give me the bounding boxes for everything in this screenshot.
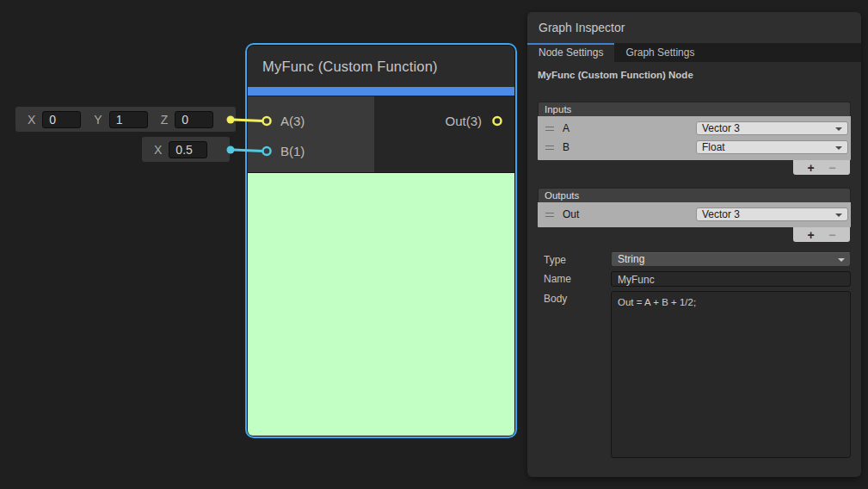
dropdown-arrow-icon bbox=[835, 127, 842, 131]
float-input-widget: X 0.5 bbox=[142, 137, 230, 162]
outputs-section-header: Outputs bbox=[538, 188, 851, 202]
output-out-name: Out bbox=[563, 208, 579, 220]
float-x-field[interactable]: 0.5 bbox=[169, 141, 207, 158]
dropdown-arrow-icon bbox=[835, 146, 842, 150]
vector3-y-field[interactable]: 1 bbox=[109, 111, 148, 128]
vector3-input-widget: X 0 Y 1 Z 0 bbox=[15, 107, 236, 132]
add-output-button[interactable]: + bbox=[808, 229, 815, 241]
node-ports: A(3) B(1) Out(3) bbox=[248, 96, 514, 172]
type-field-row: Type String bbox=[538, 252, 851, 267]
port-b-label: B(1) bbox=[280, 144, 305, 158]
input-a-name: A bbox=[563, 122, 569, 134]
node-output-ports: Out(3) bbox=[374, 96, 514, 172]
type-dropdown-value: String bbox=[618, 253, 644, 265]
input-b-type-dropdown[interactable]: Float bbox=[696, 140, 848, 154]
dropdown-arrow-icon bbox=[835, 214, 842, 217]
drag-handle-icon[interactable] bbox=[545, 127, 554, 131]
list-row[interactable]: B Float bbox=[538, 138, 851, 157]
type-label: Type bbox=[538, 252, 611, 266]
drag-handle-icon[interactable] bbox=[545, 213, 554, 217]
inputs-footer-buttons: + − bbox=[793, 160, 850, 175]
inspector-content: MyFunc (Custom Function) Node Inputs A V… bbox=[527, 62, 861, 458]
type-dropdown[interactable]: String bbox=[611, 252, 851, 267]
input-a-type-value: Vector 3 bbox=[702, 122, 740, 134]
inputs-list-footer: + − bbox=[538, 160, 851, 175]
drag-handle-icon[interactable] bbox=[545, 145, 554, 150]
inspector-tabs: Node Settings Graph Settings bbox=[527, 43, 861, 62]
vector3-z-label: Z bbox=[161, 113, 169, 127]
output-out-type-value: Vector 3 bbox=[702, 208, 740, 220]
body-field-row: Body Out = A + B + 1/2; bbox=[538, 291, 851, 458]
outputs-list-footer: + − bbox=[538, 227, 851, 242]
inputs-list: A Vector 3 B Float bbox=[538, 116, 851, 160]
body-label: Body bbox=[538, 291, 611, 305]
inputs-section-header: Inputs bbox=[538, 102, 851, 116]
float-x-label: X bbox=[154, 143, 162, 157]
add-input-button[interactable]: + bbox=[808, 162, 815, 174]
list-row[interactable]: Out Vector 3 bbox=[538, 205, 851, 224]
node-accent-bar bbox=[248, 87, 514, 96]
port-row-b: B(1) bbox=[248, 136, 374, 166]
vector3-z-field[interactable]: 0 bbox=[175, 111, 213, 128]
custom-function-node[interactable]: MyFunc (Custom Function) A(3) B(1) Out(3… bbox=[248, 46, 514, 436]
tab-graph-settings[interactable]: Graph Settings bbox=[614, 43, 705, 62]
name-field-row: Name MyFunc bbox=[538, 271, 851, 287]
graph-inspector-panel: Graph Inspector Node Settings Graph Sett… bbox=[527, 12, 861, 477]
vector3-x-label: X bbox=[28, 113, 35, 127]
input-b-type-value: Float bbox=[702, 141, 725, 153]
body-textarea[interactable]: Out = A + B + 1/2; bbox=[611, 291, 851, 458]
input-a-type-dropdown[interactable]: Vector 3 bbox=[696, 121, 848, 135]
inspector-title[interactable]: Graph Inspector bbox=[527, 12, 861, 43]
node-input-ports: A(3) B(1) bbox=[248, 96, 374, 172]
port-row-a: A(3) bbox=[248, 106, 374, 136]
remove-input-button[interactable]: − bbox=[828, 162, 835, 174]
node-settings-heading: MyFunc (Custom Function) Node bbox=[538, 70, 851, 80]
outputs-section: Outputs Out Vector 3 + − bbox=[538, 188, 851, 242]
name-label: Name bbox=[538, 271, 611, 285]
node-preview bbox=[248, 172, 514, 436]
node-title: MyFunc (Custom Function) bbox=[248, 46, 514, 87]
outputs-footer-buttons: + − bbox=[793, 227, 850, 242]
list-row[interactable]: A Vector 3 bbox=[538, 119, 851, 138]
tab-node-settings[interactable]: Node Settings bbox=[527, 43, 614, 62]
output-out-type-dropdown[interactable]: Vector 3 bbox=[696, 207, 848, 221]
inputs-section: Inputs A Vector 3 B Float bbox=[538, 102, 851, 175]
dropdown-arrow-icon bbox=[838, 258, 845, 262]
port-out-label: Out(3) bbox=[445, 114, 482, 128]
name-input[interactable]: MyFunc bbox=[611, 271, 851, 287]
port-a-label: A(3) bbox=[280, 114, 305, 128]
vector3-x-field[interactable]: 0 bbox=[42, 111, 81, 128]
remove-output-button[interactable]: − bbox=[828, 229, 835, 241]
input-b-name: B bbox=[563, 141, 569, 153]
port-row-out: Out(3) bbox=[445, 106, 482, 136]
outputs-list: Out Vector 3 bbox=[538, 202, 851, 227]
vector3-y-label: Y bbox=[94, 113, 102, 127]
